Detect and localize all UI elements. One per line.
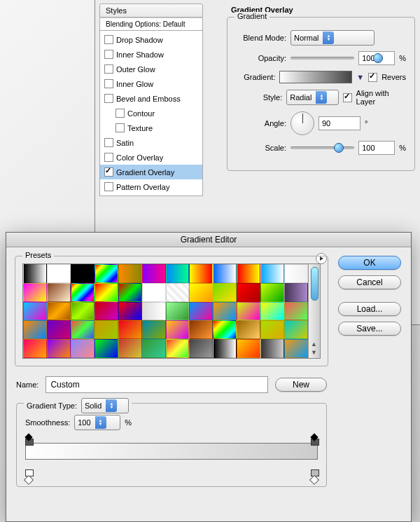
preset-swatch[interactable] (142, 302, 166, 321)
preset-swatch[interactable] (71, 283, 94, 302)
style-row-outer-glow[interactable]: Outer Glow (100, 62, 202, 76)
preset-swatch[interactable] (237, 320, 260, 339)
preset-swatch[interactable] (23, 320, 47, 339)
align-checkbox[interactable] (343, 93, 352, 102)
preset-swatch[interactable] (189, 264, 213, 283)
style-row-texture[interactable]: Texture (100, 121, 202, 135)
preset-swatch[interactable] (47, 264, 71, 283)
preset-swatch[interactable] (189, 339, 213, 358)
preset-swatch[interactable] (189, 320, 213, 339)
preset-swatch[interactable] (71, 264, 94, 283)
style-checkbox[interactable] (115, 109, 125, 118)
preset-swatch[interactable] (47, 339, 71, 358)
dialog-title[interactable]: Gradient Editor (6, 233, 411, 247)
preset-swatch[interactable] (23, 339, 47, 358)
blending-options-row[interactable]: Blending Options: Default (99, 18, 203, 31)
preset-swatch[interactable] (94, 339, 118, 358)
preset-swatch[interactable] (118, 339, 142, 358)
smoothness-input[interactable]: 100 ▲▼ (74, 415, 120, 430)
reverse-checkbox[interactable] (368, 73, 377, 82)
preset-swatch[interactable] (94, 283, 118, 302)
preset-swatch[interactable] (189, 283, 213, 302)
preset-swatch[interactable] (213, 264, 237, 283)
gradient-preview[interactable] (279, 71, 352, 83)
preset-swatch[interactable] (237, 283, 260, 302)
opacity-slider[interactable] (290, 53, 354, 64)
style-checkbox[interactable] (104, 64, 113, 74)
gradient-bar[interactable] (25, 443, 318, 460)
preset-swatch[interactable] (237, 302, 260, 321)
style-checkbox[interactable] (104, 153, 113, 162)
preset-swatch[interactable] (260, 264, 284, 283)
scale-input[interactable] (358, 141, 395, 155)
preset-swatch[interactable] (237, 264, 260, 283)
preset-swatch[interactable] (237, 339, 260, 358)
gradient-bar-area[interactable] (25, 443, 318, 478)
style-row-contour[interactable]: Contour (100, 106, 202, 121)
angle-dial[interactable] (290, 111, 314, 135)
preset-swatch[interactable] (166, 283, 190, 302)
style-row-satin[interactable]: Satin (100, 135, 202, 150)
angle-input[interactable] (318, 116, 360, 130)
preset-swatch[interactable] (118, 283, 142, 302)
preset-swatch[interactable] (213, 302, 237, 321)
preset-swatch[interactable] (284, 339, 308, 358)
preset-swatch[interactable] (284, 283, 308, 302)
style-row-bevel-and-emboss[interactable]: Bevel and Emboss (100, 91, 202, 106)
style-checkbox[interactable] (104, 79, 113, 88)
preset-swatch[interactable] (71, 302, 94, 321)
opacity-stop-left[interactable] (25, 434, 32, 443)
preset-swatch[interactable] (166, 302, 190, 321)
preset-swatch[interactable] (260, 302, 284, 321)
preset-swatches[interactable] (23, 264, 308, 358)
styles-header[interactable]: Styles (99, 4, 203, 18)
preset-swatch[interactable] (23, 302, 47, 321)
style-checkbox[interactable] (104, 35, 113, 44)
scroll-down-icon[interactable]: ▼ (310, 349, 318, 357)
preset-swatch[interactable] (71, 320, 94, 339)
preset-swatch[interactable] (23, 283, 47, 302)
preset-swatch[interactable] (189, 302, 213, 321)
preset-swatch[interactable] (23, 264, 47, 283)
new-button[interactable]: New (275, 378, 327, 392)
preset-swatch[interactable] (142, 320, 166, 339)
style-checkbox[interactable] (104, 167, 113, 177)
preset-swatch[interactable] (94, 264, 118, 283)
preset-swatch[interactable] (118, 320, 142, 339)
name-input[interactable] (46, 376, 268, 393)
style-row-inner-glow[interactable]: Inner Glow (100, 76, 202, 91)
style-checkbox[interactable] (115, 123, 125, 132)
preset-swatch[interactable] (260, 320, 284, 339)
preset-swatch[interactable] (71, 339, 94, 358)
scrollbar-thumb[interactable] (311, 267, 318, 301)
preset-swatch[interactable] (166, 320, 190, 339)
gradient-dropdown-icon[interactable]: ▼ (356, 73, 364, 81)
scale-slider[interactable] (290, 142, 354, 153)
color-stop-left[interactable] (25, 471, 32, 479)
style-row-gradient-overlay[interactable]: Gradient Overlay (100, 165, 202, 179)
style-row-inner-shadow[interactable]: Inner Shadow (100, 47, 202, 62)
preset-swatch[interactable] (94, 320, 118, 339)
preset-swatch[interactable] (260, 283, 284, 302)
ok-button[interactable]: OK (338, 256, 401, 270)
preset-swatch[interactable] (47, 320, 71, 339)
style-row-drop-shadow[interactable]: Drop Shadow (100, 32, 202, 47)
color-stop-right[interactable] (311, 471, 318, 479)
style-checkbox[interactable] (104, 138, 113, 147)
preset-swatch[interactable] (142, 339, 166, 358)
preset-swatch[interactable] (166, 339, 190, 358)
preset-swatch[interactable] (213, 283, 237, 302)
preset-swatch[interactable] (260, 339, 284, 358)
save-button[interactable]: Save... (338, 322, 401, 336)
style-row-pattern-overlay[interactable]: Pattern Overlay (100, 179, 202, 194)
preset-swatch[interactable] (284, 302, 308, 321)
cancel-button[interactable]: Cancel (338, 275, 401, 289)
style-checkbox[interactable] (104, 50, 113, 59)
preset-swatch[interactable] (213, 320, 237, 339)
preset-swatch[interactable] (166, 264, 190, 283)
presets-scrollbar[interactable]: ▲ ▼ (308, 264, 320, 358)
preset-swatch[interactable] (284, 320, 308, 339)
style-checkbox[interactable] (104, 182, 113, 191)
preset-swatch[interactable] (284, 264, 308, 283)
preset-swatch[interactable] (213, 339, 237, 358)
